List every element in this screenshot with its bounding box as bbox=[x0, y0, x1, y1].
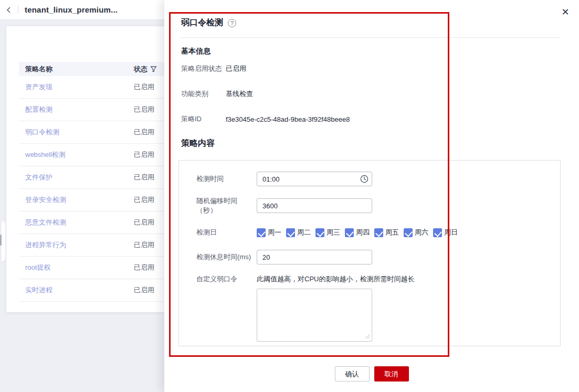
help-icon[interactable]: ? bbox=[228, 19, 236, 27]
back-button[interactable] bbox=[0, 0, 18, 20]
policy-content-heading: 策略内容 bbox=[181, 138, 561, 149]
table-row: 恶意文件检测 已启用 bbox=[19, 211, 168, 234]
checkbox-label: 周三 bbox=[327, 228, 340, 237]
status-badge: 已启用 bbox=[134, 218, 154, 227]
policy-content-box: 检测时间 随机偏移时间（秒） 检测日 bbox=[178, 160, 561, 346]
field-label: 检测日 bbox=[196, 228, 257, 237]
status-badge: 已启用 bbox=[134, 128, 154, 137]
rest-time-input[interactable] bbox=[257, 250, 372, 264]
table-row: 登录安全检测 已启用 bbox=[19, 189, 168, 211]
info-label: 功能类别 bbox=[181, 89, 226, 99]
status-badge: 已启用 bbox=[134, 285, 154, 295]
table-row: 资产发现 已启用 bbox=[19, 76, 168, 99]
status-badge: 已启用 bbox=[134, 105, 154, 114]
info-value: 基线检查 bbox=[226, 89, 253, 99]
detect-time-input[interactable] bbox=[257, 172, 372, 186]
field-custom-weak-password: 自定义弱口令 此阈值越高，对CPU的影响越小，检测所需时间越长 bbox=[196, 274, 560, 344]
table-row: 配置检测 已启用 bbox=[19, 99, 168, 121]
checkbox-tuesday[interactable] bbox=[286, 228, 295, 237]
info-row-category: 功能类别 基线检查 bbox=[181, 81, 561, 107]
checkbox-label: 周一 bbox=[268, 228, 281, 237]
table-row: 进程异常行为 已启用 bbox=[19, 234, 168, 257]
close-icon[interactable]: ✕ bbox=[560, 6, 571, 18]
column-header-name: 策略名称 bbox=[19, 65, 134, 74]
page-title: tenant_linux_premium... bbox=[25, 5, 118, 14]
field-random-offset: 随机偏移时间（秒） bbox=[196, 196, 560, 215]
field-label: 自定义弱口令 bbox=[196, 274, 257, 284]
field-label: 检测时间 bbox=[196, 174, 257, 184]
info-label: 策略ID bbox=[181, 114, 226, 124]
status-badge: 已启用 bbox=[134, 82, 154, 92]
checkbox-label: 周四 bbox=[356, 228, 370, 237]
checkbox-friday[interactable] bbox=[374, 228, 383, 237]
threshold-hint: 此阈值越高，对CPU的影响越小，检测所需时间越长 bbox=[257, 274, 414, 284]
confirm-button[interactable]: 确认 bbox=[335, 366, 370, 382]
field-label: 随机偏移时间（秒） bbox=[196, 196, 257, 215]
field-rest-time: 检测休息时间(ms) bbox=[196, 250, 560, 264]
policy-link[interactable]: 弱口令检测 bbox=[19, 128, 134, 137]
drawer-footer: 确认 取消 bbox=[164, 366, 579, 382]
table-row: root提权 已启用 bbox=[19, 257, 168, 279]
policy-link[interactable]: 恶意文件检测 bbox=[19, 218, 134, 227]
field-label: 检测休息时间(ms) bbox=[196, 252, 257, 262]
info-value: 已启用 bbox=[226, 64, 246, 73]
field-detect-days: 检测日 周一 周二 周三 周四 周五 周六 bbox=[196, 225, 560, 240]
checkbox-sunday[interactable] bbox=[433, 228, 442, 237]
checkbox-label: 周五 bbox=[385, 228, 399, 237]
checkbox-label: 周六 bbox=[415, 228, 428, 237]
time-input-wrapper bbox=[257, 172, 372, 186]
table-row: 弱口令检测 已启用 bbox=[19, 121, 168, 144]
status-badge: 已启用 bbox=[134, 240, 154, 250]
policy-link[interactable]: webshell检测 bbox=[19, 150, 134, 160]
textarea-wrapper bbox=[257, 334, 372, 343]
topbar-divider bbox=[18, 6, 18, 14]
policy-link[interactable]: 登录安全检测 bbox=[19, 195, 134, 205]
checkbox-label: 周日 bbox=[444, 228, 458, 237]
info-row-enabled-status: 策略启用状态 已启用 bbox=[181, 56, 561, 81]
scrollbar-thumb[interactable] bbox=[0, 235, 2, 246]
status-badge: 已启用 bbox=[134, 263, 154, 272]
field-detect-time: 检测时间 bbox=[196, 172, 560, 186]
policy-link[interactable]: 文件保护 bbox=[19, 173, 134, 182]
policy-list-card: 策略名称 状态 资产发现 已启用 配置检测 已启用 bbox=[6, 26, 168, 312]
page-root: tenant_linux_premium... 策略名称 状态 资产发现 已 bbox=[0, 0, 579, 392]
checkbox-thursday[interactable] bbox=[345, 228, 354, 237]
table-header: 策略名称 状态 bbox=[19, 62, 168, 76]
cancel-button[interactable]: 取消 bbox=[374, 366, 409, 382]
policy-link[interactable]: 进程异常行为 bbox=[19, 240, 134, 250]
info-value: f3e3045e-c2c5-48ad-9bea-3f92f48beee8 bbox=[226, 115, 350, 123]
checkbox-wednesday[interactable] bbox=[315, 228, 324, 237]
policy-detail-drawer: ✕ 弱口令检测 ? 基本信息 策略启用状态 已启用 功能类别 基线检查 策略ID… bbox=[164, 0, 579, 392]
title-divider bbox=[181, 37, 561, 38]
chevron-left-icon bbox=[6, 7, 12, 13]
checkbox-label: 周二 bbox=[297, 228, 311, 237]
status-badge: 已启用 bbox=[134, 150, 154, 160]
column-header-status: 状态 bbox=[134, 65, 157, 74]
status-badge: 已启用 bbox=[134, 195, 154, 205]
policy-link[interactable]: 配置检测 bbox=[19, 105, 134, 114]
checkbox-monday[interactable] bbox=[257, 228, 266, 237]
random-offset-input[interactable] bbox=[257, 198, 372, 213]
policy-link[interactable]: root提权 bbox=[19, 263, 134, 272]
info-label: 策略启用状态 bbox=[181, 64, 226, 73]
filter-icon[interactable] bbox=[150, 66, 157, 72]
table-row: webshell检测 已启用 bbox=[19, 144, 168, 166]
policy-link[interactable]: 实时进程 bbox=[19, 285, 134, 295]
checkbox-saturday[interactable] bbox=[404, 228, 413, 237]
policy-table: 策略名称 状态 资产发现 已启用 配置检测 已启用 bbox=[19, 62, 168, 302]
info-row-policy-id: 策略ID f3e3045e-c2c5-48ad-9bea-3f92f48beee… bbox=[181, 107, 561, 132]
custom-weak-password-textarea[interactable] bbox=[257, 289, 372, 342]
basic-info-heading: 基本信息 bbox=[181, 47, 561, 56]
drawer-title: 弱口令检测 bbox=[181, 17, 223, 28]
status-badge: 已启用 bbox=[134, 173, 154, 182]
table-row: 实时进程 已启用 bbox=[19, 279, 168, 302]
table-row: 文件保护 已启用 bbox=[19, 166, 168, 189]
sidebar-collapse-handle[interactable] bbox=[2, 220, 6, 262]
policy-link[interactable]: 资产发现 bbox=[19, 82, 134, 92]
weekday-checkbox-group: 周一 周二 周三 周四 周五 周六 周日 bbox=[257, 225, 462, 240]
column-header-status-label: 状态 bbox=[134, 65, 148, 74]
drawer-content: ✕ 弱口令检测 ? 基本信息 策略启用状态 已启用 功能类别 基线检查 策略ID… bbox=[164, 0, 579, 392]
clock-icon[interactable] bbox=[360, 175, 369, 183]
drawer-title-row: 弱口令检测 ? bbox=[181, 0, 561, 28]
